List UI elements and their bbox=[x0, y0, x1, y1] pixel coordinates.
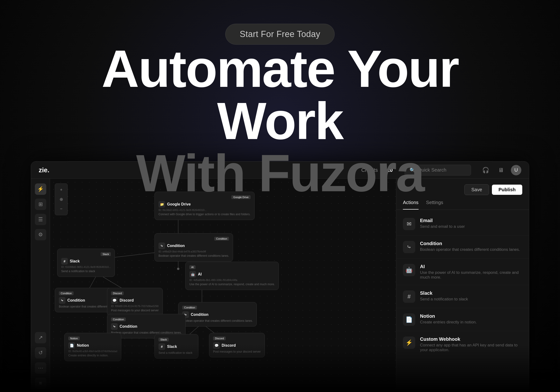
action-item-ai[interactable]: 🤖 AI Use the power of AI to summarize, r… bbox=[396, 259, 529, 285]
publish-button[interactable]: Publish bbox=[492, 185, 522, 195]
slack1-icon: # bbox=[61, 258, 68, 265]
left-sidebar: ⚡ ⊞ ☰ ⚙ ↗ ↺ ⋯ ≡ bbox=[31, 179, 50, 392]
action-desc: Connect any app that has an API key and … bbox=[420, 343, 522, 352]
action-title: Slack bbox=[420, 291, 468, 296]
action-icon: ✉ bbox=[403, 218, 415, 230]
right-panel: Save Publish Actions Settings ✉ Email Se… bbox=[396, 179, 529, 392]
monitor-icon[interactable]: 🖥 bbox=[496, 165, 506, 175]
node-discord-2[interactable]: Discord 💬 Discord Post messages to your … bbox=[209, 333, 265, 357]
hero-line1: Automate Your Work bbox=[66, 43, 494, 147]
node-slack-1[interactable]: Slack # Slack ID: f10398d2-9051-4121-9e0… bbox=[57, 249, 115, 277]
discord1-icon: 💬 bbox=[111, 297, 118, 304]
main-content: ⚡ ⊞ ☰ ⚙ ↗ ↺ ⋯ ≡ + ⊕ − bbox=[31, 179, 529, 392]
action-desc: Boolean operator that creates different … bbox=[420, 247, 520, 252]
zoom-in-tool[interactable]: + bbox=[57, 186, 66, 194]
action-title: Custom Webhook bbox=[420, 336, 522, 342]
action-item-notion[interactable]: 📄 Notion Create entries directly in noti… bbox=[396, 308, 529, 331]
sidebar-home-icon[interactable]: ⚡ bbox=[35, 183, 46, 195]
action-desc: Use the power of AI to summarize, respon… bbox=[420, 270, 522, 280]
sidebar-list2-icon[interactable]: ≡ bbox=[35, 378, 46, 389]
action-title: Condition bbox=[420, 241, 520, 246]
node-notion[interactable]: Notion 📄 Notion ID: f6d9e40-a3bf-48ef-be… bbox=[64, 333, 121, 361]
action-item-condition[interactable]: ⤷ Condition Boolean operator that create… bbox=[396, 236, 529, 259]
action-title: Notion bbox=[420, 313, 477, 319]
action-item-email[interactable]: ✉ Email Send and email to a user bbox=[396, 213, 529, 236]
svg-point-10 bbox=[177, 268, 179, 270]
node-slack-2[interactable]: Slack # Slack Send a notification to sla… bbox=[154, 334, 198, 359]
hero-line2: With Fuzora bbox=[66, 147, 494, 199]
slack2-icon: # bbox=[159, 343, 165, 350]
node-condition-3[interactable]: Condition ⤷ Condition Boolean operator t… bbox=[178, 302, 257, 327]
sidebar-share-icon[interactable]: ↗ bbox=[35, 332, 46, 343]
sidebar-more-icon[interactable]: ⋯ bbox=[35, 362, 46, 374]
action-icon: ⚡ bbox=[403, 336, 415, 349]
node-condition-1[interactable]: Condition ⤷ Condition ID: e4fbd2f-0bd-44… bbox=[154, 233, 233, 261]
sidebar-history-icon[interactable]: ↺ bbox=[35, 347, 46, 359]
hero-section: Automate Your Work With Fuzora bbox=[66, 43, 494, 199]
action-desc: Send a notification to slack bbox=[420, 297, 468, 302]
action-title: AI bbox=[420, 264, 522, 269]
action-icon: ⤷ bbox=[403, 241, 415, 253]
action-desc: Send and email to a user bbox=[420, 224, 465, 229]
tab-settings[interactable]: Settings bbox=[426, 200, 443, 210]
fit-tool[interactable]: ⊕ bbox=[57, 195, 66, 204]
condition2-icon: ⤷ bbox=[59, 297, 66, 304]
sidebar-grid-icon[interactable]: ⊞ bbox=[35, 199, 46, 210]
zoom-out-tool[interactable]: − bbox=[57, 205, 66, 213]
action-icon: # bbox=[403, 291, 415, 303]
canvas-area[interactable]: + ⊕ − bbox=[50, 179, 396, 392]
actions-list: ✉ Email Send and email to a user ⤷ Condi… bbox=[396, 210, 529, 392]
action-icon: 📄 bbox=[403, 313, 415, 326]
action-desc: Create entries directly in notion. bbox=[420, 320, 477, 325]
discord2-icon: 💬 bbox=[213, 342, 220, 349]
action-item-slack[interactable]: # Slack Send a notification to slack bbox=[396, 285, 529, 308]
sidebar-list-icon[interactable]: ☰ bbox=[35, 214, 46, 225]
node-discord-1[interactable]: Discord 💬 Discord ID: f00d0f-1f4-4114-91… bbox=[107, 288, 163, 316]
sidebar-settings-icon[interactable]: ⚙ bbox=[35, 229, 46, 240]
canvas-toolbar: + ⊕ − bbox=[55, 183, 68, 215]
notion-icon: 📄 bbox=[68, 342, 75, 349]
ai-icon: 🤖 bbox=[189, 271, 196, 278]
action-item-custom-webhook[interactable]: ⚡ Custom Webhook Connect any app that ha… bbox=[396, 331, 529, 358]
condition4-icon: ⤷ bbox=[111, 323, 118, 330]
app-logo: zie. bbox=[39, 166, 49, 174]
user-avatar[interactable]: U bbox=[511, 165, 521, 175]
node-ai[interactable]: AI 🤖 AI ID: 4d5a8b4b-8b1-490-108c-f91d84… bbox=[185, 262, 279, 290]
condition1-icon: ⤷ bbox=[159, 242, 165, 249]
action-icon: 🤖 bbox=[403, 264, 415, 276]
action-title: Email bbox=[420, 218, 465, 223]
